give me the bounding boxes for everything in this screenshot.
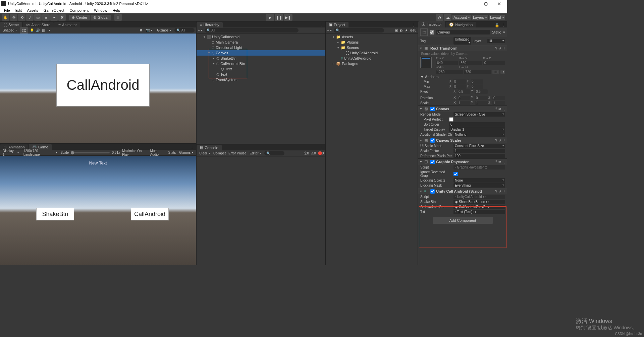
menu-file[interactable]: File <box>1 8 13 13</box>
gameobject-active-checkbox[interactable] <box>430 30 434 35</box>
tab-project[interactable]: ▣ Project <box>326 22 348 27</box>
project-plugins[interactable]: ▸📁 Plugins <box>326 40 418 45</box>
scalefactor-field[interactable]: 1 <box>453 149 505 153</box>
refpx-field[interactable]: 100 <box>453 154 505 158</box>
project-fav-icon[interactable]: ▣ <box>395 28 398 32</box>
layers-dropdown[interactable]: Layers <box>472 15 488 20</box>
game-gizmos-dropdown[interactable]: Gizmos <box>178 150 195 155</box>
hierarchy-create-button[interactable]: + ▾ <box>198 28 203 32</box>
2d-toggle[interactable]: 2D <box>20 27 28 34</box>
project-create-button[interactable]: + ▾ <box>327 28 332 32</box>
menu-component[interactable]: Component <box>67 8 91 13</box>
callbtn-field[interactable]: ◉ CallAndroidBtn (B ⊙ <box>453 205 505 209</box>
account-dropdown[interactable]: Account <box>452 15 471 20</box>
tab-console[interactable]: ▤ Console <box>197 145 221 150</box>
step-button[interactable]: ▶❚ <box>284 14 292 21</box>
raycaster-enabled[interactable] <box>430 160 435 164</box>
close-button[interactable]: ✕ <box>492 0 506 7</box>
scaler-enabled[interactable] <box>430 138 435 143</box>
project-assets[interactable]: ▼📁 Assets <box>326 34 418 40</box>
anchor-preset[interactable] <box>420 57 432 68</box>
component-unitycallandroid[interactable]: ▼#Unity Call Android (Script)?⇄⋮ <box>418 188 507 194</box>
ignorereversed-checkbox[interactable] <box>453 172 458 176</box>
menu-gameobject[interactable]: GameObject <box>41 8 67 13</box>
preset-icon[interactable]: ⇄ <box>498 47 501 50</box>
cloud-button[interactable]: ☁ <box>444 14 451 21</box>
uiscale-dropdown[interactable]: Constant Pixel Size <box>453 144 505 148</box>
project-tab-menu-icon[interactable]: ⋮ <box>410 23 418 27</box>
hierarchy-search[interactable]: 🔍 All <box>205 28 299 32</box>
layout-dropdown[interactable]: Layout <box>489 15 505 20</box>
scene-fx-dropdown[interactable] <box>47 28 52 32</box>
rotate-tool-button[interactable]: ⟲ <box>18 14 25 21</box>
menu-assets[interactable]: Assets <box>24 8 41 13</box>
pause-button[interactable]: ❚❚ <box>275 14 283 21</box>
inspector-lock-icon[interactable]: 🔒 <box>495 23 499 27</box>
hand-tool-button[interactable]: ✋ <box>2 14 9 21</box>
tab-hierarchy[interactable]: ≡ Hierarchy <box>197 22 223 27</box>
scale-tool-button[interactable]: ⤢ <box>26 14 34 21</box>
console-tab-menu-icon[interactable]: ⋮ <box>317 146 325 150</box>
layer-dropdown[interactable]: UI <box>487 39 505 43</box>
project-visibility-icon[interactable]: ⊘10 <box>410 28 416 32</box>
console-collapse[interactable]: Collapse <box>213 151 226 155</box>
hierarchy-item[interactable]: ▸⬡ShakeBtn <box>197 56 325 61</box>
project-script[interactable]: # UnityCallAndroid <box>326 56 418 61</box>
aspect-dropdown[interactable]: 1280x720 Landscape <box>22 149 58 157</box>
gameobject-icon[interactable]: ⬚ <box>420 28 428 36</box>
hierarchy-item[interactable]: ⬡Main Camera <box>197 40 325 45</box>
display-dropdown[interactable]: Display 1 <box>1 149 20 157</box>
shaderchan-dropdown[interactable]: Nothing <box>453 132 505 137</box>
snap-button[interactable]: ⠿ <box>114 14 122 21</box>
hierarchy-item[interactable]: ⬡Text <box>197 72 325 77</box>
hierarchy-item[interactable]: ▼⬡CallAndroidBtn <box>197 61 325 66</box>
console-editor[interactable]: Editor <box>248 151 262 155</box>
game-view[interactable]: New Text ShakeBtn CallAndroid <box>0 156 196 265</box>
console-clear[interactable]: Clear <box>198 151 211 155</box>
component-recttransform[interactable]: ▼▦Rect Transform ?⇄⋮ <box>418 45 507 51</box>
canvas-enabled[interactable] <box>430 107 435 111</box>
custom-tool-button[interactable]: ✦ <box>50 14 58 21</box>
project-hidden-icon[interactable]: ★ <box>405 28 408 32</box>
tag-dropdown[interactable]: Untagged <box>453 37 471 45</box>
hierarchy-scene-row[interactable]: ▼UnityCallAndroid <box>197 34 325 40</box>
minimize-button[interactable]: — <box>466 0 479 7</box>
component-raycaster[interactable]: ▼◫Graphic Raycaster?⇄⋮ <box>418 158 507 165</box>
tab-menu-icon[interactable]: ⋮ <box>188 23 196 27</box>
inspector-menu-icon[interactable]: ⋮ <box>501 23 505 27</box>
camera-dropdown[interactable]: 📷 <box>144 28 154 32</box>
gameobject-name-field[interactable]: Canvas <box>436 30 490 35</box>
project-scenefile[interactable]: ⛶ UnityCallAndroid <box>326 50 418 56</box>
play-button[interactable]: ▶ <box>266 14 274 21</box>
console-errorpause[interactable]: Error Pause <box>228 151 246 155</box>
maximize-button[interactable]: ▢ <box>479 0 492 7</box>
project-filter-icon[interactable]: ◐ <box>400 28 403 32</box>
console-warn-count[interactable]: ⚠0 <box>311 151 316 155</box>
menu-window[interactable]: Window <box>91 8 110 13</box>
component-canvas[interactable]: ▼▨Canvas?⇄⋮ <box>418 106 507 112</box>
hierarchy-item[interactable]: ⬡Text <box>197 66 325 72</box>
pivot-toggle[interactable]: ⊕Center <box>69 15 90 20</box>
space-toggle[interactable]: ⊚Global <box>91 15 111 20</box>
scene-view[interactable]: CallAndroid <box>0 33 196 143</box>
blockobj-dropdown[interactable]: None <box>453 178 505 183</box>
help-icon[interactable]: ? <box>495 47 497 50</box>
fx-icon[interactable]: ▦ <box>42 28 45 32</box>
tab-inspector[interactable]: ⓘ Inspector <box>418 21 445 27</box>
gizmos-dropdown[interactable]: Gizmos <box>156 28 172 32</box>
project-tree[interactable]: ▼📁 Assets ▸📁 Plugins ▼📁 Scenes ⛶ UnityCa… <box>326 33 418 265</box>
add-component-button[interactable]: Add Component <box>433 217 493 224</box>
project-search[interactable]: 🔍 <box>334 28 384 32</box>
lighting-icon[interactable]: 💡 <box>30 28 34 32</box>
console-info-count[interactable]: ⓘ0 <box>304 151 309 156</box>
project-packages[interactable]: ▸📦 Packages <box>326 61 418 66</box>
maximize-toggle[interactable]: Maximize On Play <box>122 149 148 156</box>
editor-tool-button[interactable]: ✖ <box>58 14 66 21</box>
console-search[interactable]: 🔍 <box>264 151 284 155</box>
pixelperfect-checkbox[interactable] <box>449 117 453 122</box>
menu-help[interactable]: Help <box>110 8 123 13</box>
console-err-count[interactable]: 🛑0 <box>318 151 324 155</box>
targetdisplay-dropdown[interactable]: Display 1 <box>449 127 505 132</box>
menu-icon[interactable]: ⋮ <box>502 47 506 50</box>
scale-slider[interactable] <box>71 152 110 153</box>
